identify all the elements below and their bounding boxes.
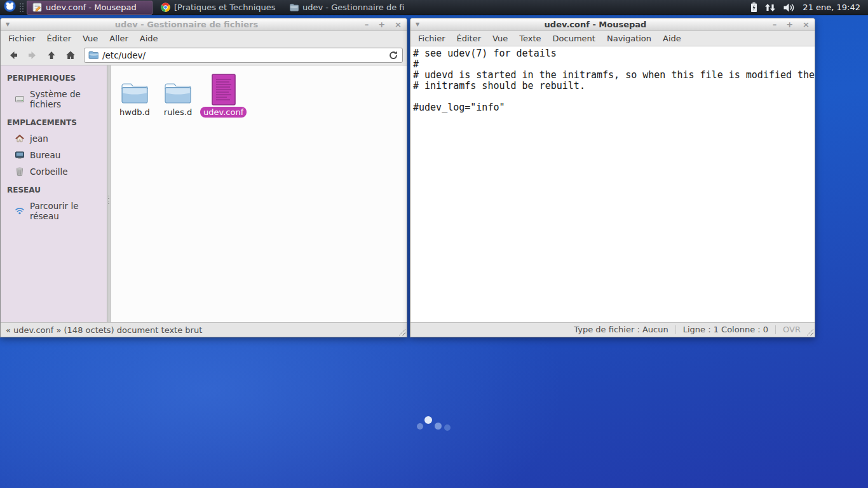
battery-icon[interactable] xyxy=(750,2,757,13)
pane-splitter[interactable] xyxy=(107,65,111,322)
sidebar-section-reseau: RESEAU xyxy=(1,180,107,198)
close-button[interactable]: × xyxy=(395,20,402,29)
file-hwdb-d[interactable]: hwdb.d xyxy=(113,72,156,118)
sidebar-item-label: Bureau xyxy=(30,150,60,160)
file-label: udev.conf xyxy=(200,107,247,118)
file-manager-toolbar xyxy=(1,46,407,65)
sidebar-item-label: jean xyxy=(30,133,48,144)
menu-texte[interactable]: Texte xyxy=(513,32,546,45)
sidebar-item-systeme-de-fichiers[interactable]: Système de fichiers xyxy=(1,86,107,112)
resize-grip[interactable] xyxy=(806,329,813,336)
sidebar-item-label: Système de fichiers xyxy=(30,89,103,109)
xubuntu-logo-icon xyxy=(4,0,16,15)
panel-clock[interactable]: 21 ene, 19:42 xyxy=(803,3,860,12)
top-panel: udev.conf - Mousepad[Pratiques et Techni… xyxy=(0,0,868,15)
desktop[interactable]: { "colors": { "selection": "#bf3db2", "p… xyxy=(0,0,868,488)
wallpaper-dot xyxy=(417,423,423,430)
menu-vue[interactable]: Vue xyxy=(487,32,513,45)
sidebar-item-corbeille[interactable]: Corbeille xyxy=(1,163,107,180)
close-button[interactable]: × xyxy=(803,20,810,29)
menu-aller[interactable]: Aller xyxy=(104,32,133,45)
window-title: udev - Gestionnaire de fichiers xyxy=(16,20,357,29)
cursor-position-status: Ligne : 1 Colonne : 0 xyxy=(675,325,775,334)
taskbar-button-udev-gestionnaire-de-fich[interactable]: udev - Gestionnaire de fich... xyxy=(283,1,409,15)
taskbar-button-udev-conf-mousepad[interactable]: udev.conf - Mousepad xyxy=(27,1,153,15)
minimize-button[interactable]: – xyxy=(365,20,369,29)
file-label: rules.d xyxy=(161,107,195,118)
network-icon xyxy=(15,206,25,216)
menu-aide[interactable]: Aide xyxy=(134,32,164,45)
filetype-status: Type de fichier : Aucun xyxy=(567,325,675,334)
menu-editer[interactable]: Éditer xyxy=(451,32,487,45)
file-list[interactable]: hwdb.drules.dudev.conf xyxy=(111,65,407,322)
folder-large-icon xyxy=(163,72,193,105)
forward-button[interactable] xyxy=(24,48,41,64)
taskbar-button-label: udev - Gestionnaire de fich... xyxy=(302,3,404,12)
editor-text[interactable]: # see udev(7) for details # # udevd is s… xyxy=(410,46,815,322)
maximize-button[interactable]: + xyxy=(378,20,385,29)
file-manager-window: ▼ udev - Gestionnaire de fichiers –+× Fi… xyxy=(0,18,407,337)
home-icon xyxy=(15,133,25,144)
selection-status-text: « udev.conf » (148 octets) document text… xyxy=(6,325,202,335)
menu-vue[interactable]: Vue xyxy=(77,32,104,45)
sidebar-item-bureau[interactable]: Bureau xyxy=(1,147,107,163)
resize-grip[interactable] xyxy=(398,329,405,336)
sidebar-item-jean[interactable]: jean xyxy=(1,130,107,147)
mousepad-icon xyxy=(32,3,42,13)
sidebar-item-label: Parcourir le réseau xyxy=(30,201,103,221)
mousepad-statusbar: Type de fichier : Aucun Ligne : 1 Colonn… xyxy=(410,322,815,337)
minimize-button[interactable]: – xyxy=(773,20,777,29)
menu-fichier[interactable]: Fichier xyxy=(412,32,451,45)
wallpaper-dot xyxy=(444,424,451,431)
path-input[interactable] xyxy=(102,50,384,60)
file-label: hwdb.d xyxy=(116,107,153,118)
textfile-large-icon xyxy=(212,72,236,105)
file-rules-d[interactable]: rules.d xyxy=(156,72,200,118)
window-menu-icon[interactable]: ▼ xyxy=(6,22,16,27)
maximize-button[interactable]: + xyxy=(786,20,793,29)
desktop-icon xyxy=(15,150,25,160)
folder-large-icon xyxy=(120,72,149,105)
sidebar-item-label: Corbeille xyxy=(30,166,68,177)
menu-editer[interactable]: Éditer xyxy=(41,32,78,45)
taskbar-button-label: [Pratiques et Techniques d... xyxy=(174,3,276,12)
taskbar-button-label: udev.conf - Mousepad xyxy=(46,3,137,12)
panel-separator-handle[interactable] xyxy=(19,3,24,13)
back-button[interactable] xyxy=(4,48,22,64)
file-manager-statusbar: « udev.conf » (148 octets) document text… xyxy=(1,322,407,337)
wallpaper-dot xyxy=(424,416,432,424)
folder-icon xyxy=(288,3,299,13)
wallpaper-dot xyxy=(435,423,442,430)
drive-icon xyxy=(15,94,25,104)
overwrite-mode-indicator[interactable]: OVR xyxy=(775,325,803,334)
file-udev-conf[interactable]: udev.conf xyxy=(200,72,247,118)
splitter-grip[interactable] xyxy=(108,196,109,205)
sidebar-section-peripheriques: PERIPHERIQUES xyxy=(1,68,107,86)
up-button[interactable] xyxy=(43,48,60,64)
chrome-icon xyxy=(160,3,170,13)
folder-small-icon xyxy=(88,50,98,62)
system-tray: 21 ene, 19:42 xyxy=(750,2,868,13)
reload-icon[interactable] xyxy=(388,50,398,60)
sidebar-item-parcourir-le-reseau[interactable]: Parcourir le réseau xyxy=(1,198,107,224)
trash-icon xyxy=(15,166,25,177)
mousepad-menubar: FichierÉditerVueTexteDocumentNavigationA… xyxy=(410,31,815,46)
taskbar-button-pratiques-et-techniques-d[interactable]: [Pratiques et Techniques d... xyxy=(155,1,281,15)
places-sidebar: PERIPHERIQUESSystème de fichiersEMPLACEM… xyxy=(1,65,107,322)
mousepad-window: ▼ udev.conf - Mousepad –+× FichierÉditer… xyxy=(410,18,815,337)
window-menu-icon[interactable]: ▼ xyxy=(416,22,426,27)
menu-document[interactable]: Document xyxy=(547,32,601,45)
menu-navigation[interactable]: Navigation xyxy=(601,32,657,45)
volume-icon[interactable] xyxy=(783,3,796,13)
home-button[interactable] xyxy=(62,48,79,64)
mousepad-titlebar[interactable]: ▼ udev.conf - Mousepad –+× xyxy=(410,18,815,31)
menu-aide[interactable]: Aide xyxy=(657,32,687,45)
menu-fichier[interactable]: Fichier xyxy=(3,32,41,45)
network-arrows-icon[interactable] xyxy=(764,3,776,13)
window-title: udev.conf - Mousepad xyxy=(426,20,765,29)
location-bar[interactable] xyxy=(84,48,403,63)
applications-menu-button[interactable] xyxy=(0,0,19,15)
file-manager-titlebar[interactable]: ▼ udev - Gestionnaire de fichiers –+× xyxy=(1,18,407,31)
sidebar-section-emplacements: EMPLACEMENTS xyxy=(1,112,107,130)
file-manager-menubar: FichierÉditerVueAllerAide xyxy=(1,31,407,46)
